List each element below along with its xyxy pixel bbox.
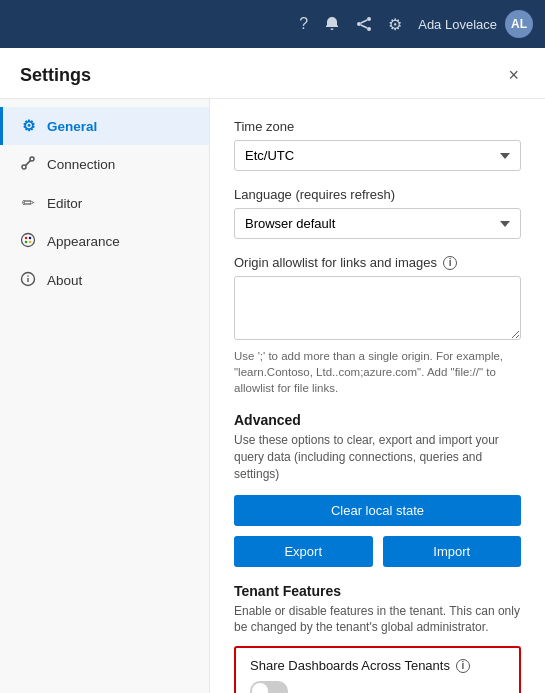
- gear-icon[interactable]: ⚙: [388, 15, 402, 34]
- language-group: Language (requires refresh) Browser defa…: [234, 187, 521, 239]
- tenant-features-section: Tenant Features Enable or disable featur…: [234, 583, 521, 693]
- svg-point-0: [367, 17, 371, 21]
- share-dashboards-toggle[interactable]: [250, 681, 288, 693]
- sidebar-item-general[interactable]: ⚙ General: [0, 107, 209, 145]
- sidebar-item-editor[interactable]: ✏ Editor: [0, 184, 209, 222]
- sidebar-label-editor: Editor: [47, 196, 82, 211]
- share-dashboards-info-icon[interactable]: i: [456, 659, 470, 673]
- export-button[interactable]: Export: [234, 536, 373, 567]
- settings-body: ⚙ General Connection ✏ Editor Appearance: [0, 99, 545, 693]
- sidebar-label-about: About: [47, 273, 82, 288]
- share-dashboards-label: Share Dashboards Across Tenants i: [250, 658, 470, 673]
- svg-point-5: [22, 165, 26, 169]
- settings-sidebar: ⚙ General Connection ✏ Editor Appearance: [0, 99, 210, 693]
- language-label: Language (requires refresh): [234, 187, 521, 202]
- svg-point-12: [29, 241, 31, 243]
- sidebar-label-general: General: [47, 119, 97, 134]
- settings-modal: Settings × ⚙ General Connection ✏ Editor: [0, 48, 545, 693]
- svg-point-6: [30, 157, 34, 161]
- gear-icon: ⚙: [19, 117, 37, 135]
- sidebar-item-appearance[interactable]: Appearance: [0, 222, 209, 261]
- tenant-desc: Enable or disable features in the tenant…: [234, 603, 521, 637]
- timezone-label: Time zone: [234, 119, 521, 134]
- origin-group: Origin allowlist for links and images i …: [234, 255, 521, 396]
- user-info: Ada Lovelace AL: [418, 10, 533, 38]
- timezone-group: Time zone Etc/UTC: [234, 119, 521, 171]
- import-button[interactable]: Import: [383, 536, 522, 567]
- svg-point-2: [367, 27, 371, 31]
- advanced-desc: Use these options to clear, export and i…: [234, 432, 521, 482]
- toggle-slider: [250, 681, 288, 693]
- sidebar-label-connection: Connection: [47, 157, 115, 172]
- settings-title: Settings: [20, 65, 91, 86]
- export-import-row: Export Import: [234, 536, 521, 567]
- about-icon: [19, 271, 37, 290]
- topbar: ? ⚙ Ada Lovelace AL: [0, 0, 545, 48]
- sidebar-item-connection[interactable]: Connection: [0, 145, 209, 184]
- timezone-select[interactable]: Etc/UTC: [234, 140, 521, 171]
- svg-point-9: [25, 237, 27, 239]
- share-dashboards-row: Share Dashboards Across Tenants i: [250, 658, 505, 673]
- avatar[interactable]: AL: [505, 10, 533, 38]
- settings-header: Settings ×: [0, 48, 545, 99]
- svg-line-7: [25, 160, 30, 165]
- clear-local-state-button[interactable]: Clear local state: [234, 495, 521, 526]
- connection-icon: [19, 155, 37, 174]
- svg-point-15: [27, 275, 29, 277]
- tenant-title: Tenant Features: [234, 583, 521, 599]
- svg-line-4: [361, 25, 367, 28]
- appearance-icon: [19, 232, 37, 251]
- sidebar-item-about[interactable]: About: [0, 261, 209, 300]
- svg-point-1: [357, 22, 361, 26]
- advanced-title: Advanced: [234, 412, 521, 428]
- svg-point-8: [22, 234, 35, 247]
- editor-icon: ✏: [19, 194, 37, 212]
- settings-content: Time zone Etc/UTC Language (requires ref…: [210, 99, 545, 693]
- origin-textarea[interactable]: [234, 276, 521, 340]
- svg-point-11: [25, 241, 27, 243]
- advanced-group: Advanced Use these options to clear, exp…: [234, 412, 521, 566]
- notifications-icon[interactable]: [324, 16, 340, 32]
- user-name: Ada Lovelace: [418, 17, 497, 32]
- svg-point-10: [29, 237, 31, 239]
- origin-label: Origin allowlist for links and images i: [234, 255, 521, 270]
- close-button[interactable]: ×: [502, 64, 525, 86]
- tenant-feature-box: Share Dashboards Across Tenants i: [234, 646, 521, 693]
- origin-info-icon[interactable]: i: [443, 256, 457, 270]
- svg-line-3: [361, 20, 367, 23]
- help-icon[interactable]: ?: [299, 15, 308, 33]
- origin-hint: Use ';' to add more than a single origin…: [234, 348, 521, 396]
- share-icon[interactable]: [356, 16, 372, 32]
- sidebar-label-appearance: Appearance: [47, 234, 120, 249]
- language-select[interactable]: Browser default: [234, 208, 521, 239]
